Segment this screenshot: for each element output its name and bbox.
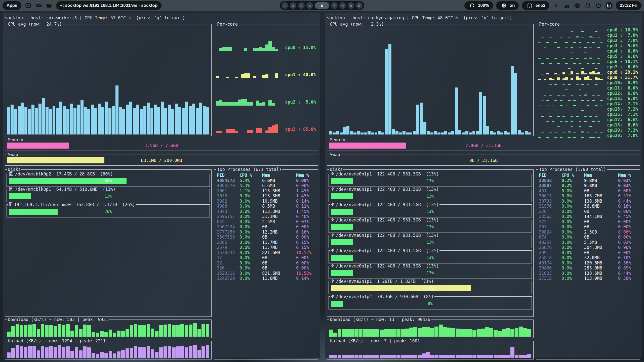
notifications-bell-icon[interactable] — [584, 2, 592, 9]
volume-widget[interactable]: 100% — [464, 1, 493, 10]
usage-chart-icon[interactable] — [605, 2, 613, 9]
workspace-button-6[interactable]: 6 — [315, 2, 329, 9]
upload-bar — [481, 355, 485, 358]
disk-entry: 13%/dev/nvme0n1p1 122.4GB / 931.5GB (13%… — [329, 266, 532, 279]
spark-bar — [275, 124, 278, 133]
workspace-button-7[interactable]: 7 — [331, 2, 338, 9]
core-label: cpu13↓ 6.0% — [603, 96, 638, 101]
upload-bar — [413, 355, 417, 358]
power-profile-bolt-icon[interactable] — [552, 2, 560, 9]
download-bar — [358, 329, 363, 337]
cpu-bar — [77, 105, 80, 134]
upload-bar — [447, 355, 451, 358]
cpu-bar — [511, 66, 514, 134]
layers-icon[interactable] — [574, 2, 581, 9]
spark-bar — [219, 131, 222, 133]
spark-bar — [584, 32, 587, 32]
upload-bar — [523, 355, 527, 358]
spark-bar — [592, 71, 595, 74]
window-icon[interactable] — [24, 2, 32, 9]
process-cell: 0.0% — [561, 209, 584, 214]
workspace-button-3[interactable]: 3 — [298, 2, 305, 9]
clock-widget[interactable]: 23:32 Fri — [616, 1, 641, 10]
disk-percent-label: 8% — [329, 301, 532, 307]
power-icon[interactable] — [595, 2, 602, 9]
upload-bar — [37, 350, 40, 358]
cpu-bar — [451, 131, 454, 134]
core-sparkline — [538, 49, 603, 53]
download-bar — [11, 326, 15, 337]
process-cell: 326 — [217, 265, 239, 271]
apps-button[interactable]: Apps — [3, 1, 21, 10]
spark-bar — [562, 116, 565, 117]
audio-levels-icon[interactable] — [563, 2, 571, 9]
core-label: cpu16↓ 7.1% — [603, 112, 638, 117]
disk-percent-label: 13% — [329, 193, 532, 199]
spark-bar — [579, 95, 581, 96]
upload-chart — [329, 345, 531, 358]
spark-bar — [600, 79, 603, 80]
workspace-button-2[interactable]: 2 — [290, 2, 296, 9]
cpu-bar — [427, 131, 430, 134]
network-widget[interactable]: eno2 — [522, 1, 549, 10]
mail-icon[interactable] — [35, 2, 43, 9]
upload-bar — [363, 355, 367, 358]
processes-panel: Top Processes (671 total) PIDCPU %MemMem… — [214, 169, 318, 359]
bluetooth-icon — [500, 2, 508, 9]
process-cell: 0.0% — [561, 265, 584, 271]
cpu-history-chart — [329, 28, 531, 134]
process-row: 2070.0%0B0.00% — [539, 224, 639, 230]
swap-panel: Swap 63.1MB / 200.0MB — [5, 155, 318, 166]
process-cell: 0.18% — [618, 204, 639, 209]
workspace-button-1[interactable]: 1 — [281, 2, 288, 9]
cpu-bar — [381, 132, 384, 134]
upload-bar — [159, 347, 163, 358]
process-cell: 8.5MB — [262, 204, 296, 209]
folder-icon[interactable] — [46, 2, 53, 9]
download-bar — [20, 325, 23, 337]
spark-bar — [597, 137, 600, 138]
process-cell: 144.1MB — [584, 214, 618, 219]
download-chart — [329, 323, 531, 337]
cpu-bar — [129, 102, 132, 134]
cpu-bar — [11, 105, 14, 134]
spark-bar — [571, 116, 573, 117]
process-cell: 30613 — [539, 193, 561, 199]
download-bar — [464, 329, 468, 337]
spark-bar — [222, 47, 225, 51]
upload-bar — [32, 346, 36, 358]
workspace-button-8[interactable]: 8 — [339, 2, 346, 9]
cpu-bar — [465, 131, 468, 134]
disk-entry-header: /dev/nvme0n1p1 122.4GB / 931.5GB (13%) — [330, 217, 439, 222]
cpu-bar — [154, 105, 157, 134]
spark-bar — [544, 48, 546, 48]
process-row: 2260.0%0B0.00% — [539, 209, 639, 214]
workspace-button-9[interactable]: 9 — [348, 2, 354, 9]
network-frame-icon — [526, 2, 533, 9]
disk-entry-label: /dev/nvme2n1p1 1.29TB / 1.82TB (71%) — [336, 279, 434, 284]
spark-bar — [597, 53, 600, 53]
bluetooth-widget[interactable]: on — [496, 1, 519, 10]
cpu-bar — [164, 108, 167, 134]
terminal-window-right[interactable]: socktop — host: cachyos-gaming | CPU Tem… — [325, 13, 642, 358]
terminal-title-left: socktop — host: rpi-worker-3 | CPU Temp:… — [5, 15, 318, 21]
spark-bar — [256, 48, 259, 51]
spark-bar — [579, 106, 581, 106]
cpu-bar — [444, 131, 447, 134]
process-cell: 17 — [217, 255, 239, 260]
workspace-button-0[interactable]: 0 — [356, 2, 363, 9]
disk-entry: 13%/dev/nvme0n1p1 122.4GB / 931.5GB (13%… — [329, 174, 532, 187]
upload-bar — [384, 355, 388, 358]
active-window-title[interactable]: ~: socktop ws://192.168.1.104:3031/ws - … — [56, 1, 162, 10]
terminal-window-left[interactable]: socktop — host: rpi-worker-3 | CPU Temp:… — [3, 13, 320, 358]
upload-bar — [164, 346, 167, 358]
spark-bar — [589, 36, 592, 37]
workspace-button-4[interactable]: 4 — [306, 2, 313, 9]
download-bar — [113, 333, 116, 337]
per-core-panel: Per-core cpu0 ↑ 15.8%cpu1 ↑ 40.0%cpu2 ↓ … — [214, 24, 318, 136]
spark-bar — [576, 36, 579, 37]
process-cell: 1.45% — [296, 193, 317, 199]
process-row: 258180.0%32.0MB0.10% — [539, 255, 639, 260]
cpu-bar — [420, 103, 423, 134]
nvme-icon — [331, 294, 334, 299]
